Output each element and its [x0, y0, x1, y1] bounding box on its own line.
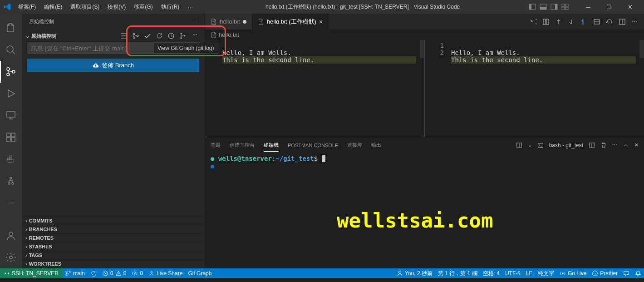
minimap-left[interactable] [420, 40, 424, 137]
source-control-icon[interactable] [0, 61, 22, 83]
go-back-icon[interactable] [530, 18, 537, 25]
layout-panel-left-icon[interactable] [529, 3, 536, 10]
extensions-icon[interactable] [0, 126, 22, 148]
panel-tab-problems[interactable]: 問題 [211, 139, 221, 151]
menu-more[interactable]: … [184, 1, 197, 13]
explorer-icon[interactable] [0, 17, 22, 39]
panel-tab-terminal[interactable]: 終端機 [264, 139, 279, 152]
chevron-down-icon[interactable]: ⌄ [25, 33, 29, 39]
panel-tab-postman[interactable]: POSTMAN CONSOLE [288, 140, 338, 151]
chevron-down-icon[interactable]: ⌄ [528, 142, 532, 148]
branch-indicator[interactable]: main [62, 270, 88, 277]
editor-area: hello.txt hello.txt (工作樹狀) × ¶ ⋯ [205, 14, 644, 268]
new-terminal-icon[interactable] [589, 142, 595, 148]
terminal[interactable]: ● wells@tnserver:~/git_test$ wellstsai.c… [205, 153, 644, 268]
docker-icon[interactable] [0, 148, 22, 170]
menu-go[interactable]: 移至(G) [130, 1, 156, 13]
panel-tab-debug[interactable]: 偵錯主控台 [230, 139, 255, 151]
cursor-position[interactable]: 第 1 行，第 1 欄 [435, 270, 480, 277]
maximize-panel-icon[interactable] [623, 142, 629, 148]
remote-explorer-icon[interactable] [0, 104, 22, 126]
editor-more-icon[interactable]: ⋯ [631, 18, 639, 25]
gitlens-icon[interactable] [0, 170, 22, 192]
split-editor-icon[interactable] [619, 18, 626, 25]
svg-point-29 [137, 35, 138, 37]
remotes-section[interactable]: ›REMOTES [22, 234, 205, 242]
gitgraph-indicator[interactable]: Git Graph [185, 270, 214, 277]
trash-icon[interactable] [600, 142, 607, 148]
panel-tab-ports[interactable]: 連接埠 [347, 139, 362, 151]
settings-gear-icon[interactable] [0, 247, 22, 268]
branches-section[interactable]: ›BRANCHES [22, 225, 205, 234]
panel-tab-output[interactable]: 輸出 [371, 139, 381, 151]
history-icon[interactable] [167, 32, 175, 40]
terminal-label[interactable]: bash - git_test [549, 142, 583, 148]
menu-view[interactable]: 檢視(V) [104, 1, 129, 13]
tree-view-icon[interactable] [120, 32, 128, 40]
liveshare-indicator[interactable]: Live Share [146, 270, 185, 277]
tab-hello[interactable]: hello.txt [205, 14, 252, 30]
scm-more-icon[interactable]: ⋯ [191, 32, 198, 40]
next-change-icon[interactable] [568, 18, 575, 25]
commit-check-icon[interactable] [144, 32, 151, 40]
git-graph-icon[interactable] [179, 32, 187, 40]
diff-editor[interactable]: 1 Hello, I am Wells.This is the second l… [205, 40, 644, 137]
prev-change-icon[interactable] [555, 18, 562, 25]
sidebar-more-icon[interactable]: ⋯ [192, 19, 197, 25]
layout-panel-bottom-icon[interactable] [540, 3, 547, 10]
minimap-right[interactable] [639, 40, 644, 137]
run-debug-icon[interactable] [0, 83, 22, 104]
tags-section[interactable]: ›TAGS [22, 251, 205, 260]
menu-file[interactable]: 檔案(F) [15, 1, 39, 13]
maximize-button[interactable]: ☐ [599, 0, 619, 14]
branch-create-icon[interactable] [132, 32, 139, 40]
breadcrumb[interactable]: hello.txt [205, 30, 644, 40]
refresh-icon[interactable] [156, 32, 163, 40]
close-tab-icon[interactable]: × [319, 18, 323, 25]
svg-point-12 [7, 73, 10, 76]
notifications-icon[interactable] [632, 270, 644, 277]
publish-branch-button[interactable]: 發佈 Branch [27, 59, 199, 72]
prettier[interactable]: Prettier [589, 270, 620, 277]
account-icon[interactable] [0, 225, 22, 247]
ports-indicator[interactable]: 0 [129, 270, 146, 277]
sync-indicator[interactable] [88, 270, 99, 277]
more-views-icon[interactable]: ⋯ [0, 192, 22, 213]
encoding[interactable]: UTF-8 [502, 270, 523, 277]
code-left[interactable]: Hello, I am Wells.This is the second lin… [219, 40, 420, 137]
eol[interactable]: LF [523, 270, 535, 277]
revert-icon[interactable] [606, 18, 613, 25]
split-terminal-icon[interactable] [516, 142, 522, 148]
golive[interactable]: Go Live [557, 270, 589, 277]
problems-indicator[interactable]: 0 0 [99, 270, 129, 277]
close-button[interactable]: ✕ [619, 0, 640, 14]
blame-indicator[interactable]: You, 2 秒前 [394, 270, 435, 277]
tab-hello-working-tree[interactable]: hello.txt (工作樹狀) × [252, 14, 329, 30]
indentation[interactable]: 空格: 4 [480, 270, 502, 277]
panel-more-icon[interactable]: ⋯ [612, 142, 617, 148]
remote-icon [4, 270, 10, 277]
open-changes-icon[interactable] [542, 18, 550, 25]
feedback-icon[interactable] [620, 270, 632, 277]
remote-indicator[interactable]: SSH: TN_SERVER [0, 268, 62, 278]
menu-edit[interactable]: 編輯(E) [40, 1, 66, 13]
code-right[interactable]: Hello, I am Wells.This is the second lin… [447, 40, 639, 137]
svg-point-43 [66, 274, 68, 276]
toggle-inline-icon[interactable] [593, 18, 600, 25]
close-panel-icon[interactable]: ✕ [634, 142, 639, 148]
whitespace-toggle-icon[interactable]: ¶ [580, 18, 588, 25]
minimize-button[interactable]: ─ [578, 0, 599, 14]
svg-rect-1 [529, 4, 531, 10]
stashes-section[interactable]: ›STASHES [22, 242, 205, 251]
search-icon[interactable] [0, 39, 22, 61]
menu-run[interactable]: 執行(R) [157, 1, 183, 13]
layout-panel-right-icon[interactable] [551, 3, 558, 10]
terminal-profile-icon[interactable] [537, 142, 544, 148]
chevron-right-icon: › [25, 244, 27, 249]
language-mode[interactable]: 純文字 [535, 270, 557, 277]
commits-section[interactable]: ›COMMITS [22, 217, 205, 225]
layout-customize-icon[interactable] [561, 3, 569, 10]
vscode-logo-icon [4, 3, 11, 10]
worktrees-section[interactable]: ›WORKTREES [22, 260, 205, 268]
menu-selection[interactable]: 選取項目(S) [67, 1, 103, 13]
